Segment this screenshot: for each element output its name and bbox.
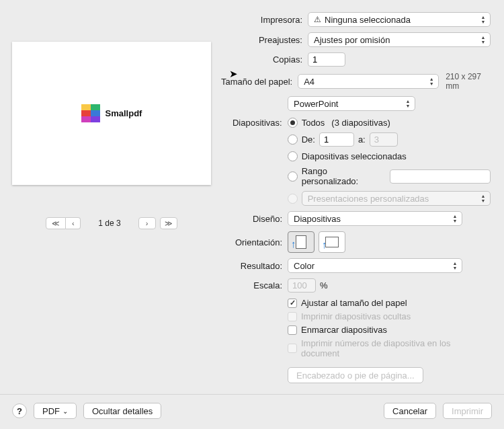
check-slide-numbers-label: Imprimir números de diapositiva en los d… (301, 338, 491, 358)
slides-label: Diapositivas: (220, 118, 288, 128)
chevron-down-icon: ⌄ (62, 407, 68, 415)
radio-custom-shows (288, 194, 298, 204)
presets-select[interactable]: Ajustes por omisión ▲▼ (308, 32, 491, 47)
chevron-updown-icon: ▲▼ (479, 194, 487, 203)
layout-label: Diseño: (220, 214, 288, 224)
to-input[interactable] (370, 132, 398, 147)
chevron-updown-icon: ▲▼ (451, 214, 459, 223)
custom-shows-select: Presentaciones personalizadas ▲▼ (302, 191, 491, 206)
pager-first-button[interactable]: ≪ (46, 217, 66, 229)
check-frame-slides-label: Enmarcar diapositivas (301, 325, 387, 335)
radio-custom-range-label: Rango personalizado: (302, 166, 386, 186)
paper-dimensions: 210 x 297 mm (446, 72, 491, 91)
radio-from[interactable] (288, 134, 298, 145)
print-preview: Smallpdf (12, 42, 211, 185)
print-button: Imprimir (443, 403, 492, 419)
preview-pager: ≪ ‹ 1 de 3 › ≫ (12, 217, 211, 229)
presets-label: Preajustes: (220, 35, 308, 45)
check-hidden-slides-label: Imprimir diapositivas ocultas (301, 311, 411, 321)
orientation-landscape-button[interactable]: ↑ (319, 231, 345, 253)
copies-label: Copias: (220, 54, 308, 65)
paper-size-value: A4 (304, 77, 314, 87)
check-hidden-slides (288, 312, 297, 321)
header-footer-button: Encabezado o pie de página... (288, 367, 423, 383)
paper-size-label: Tamaño del papel: (220, 77, 298, 87)
paper-size-select[interactable]: A4 ▲▼ (298, 74, 439, 89)
output-label: Resultado: (220, 261, 288, 271)
output-value: Color (294, 261, 314, 271)
from-input[interactable] (319, 132, 354, 147)
copies-input[interactable] (308, 52, 345, 67)
dialog-body: Smallpdf ≪ ‹ 1 de 3 › ≫ Impresora: ⚠︎ Ni… (0, 0, 504, 383)
custom-shows-value: Presentaciones personalizadas (308, 194, 429, 204)
check-slide-numbers (288, 344, 297, 353)
radio-all-count: (3 diapositivas) (331, 118, 390, 128)
scale-percent: % (320, 280, 328, 290)
layout-select[interactable]: Diapositivas ▲▼ (288, 211, 462, 226)
check-fit-paper[interactable] (288, 299, 297, 308)
cancel-button[interactable]: Cancelar (384, 403, 436, 419)
preview-brand-text: Smallpdf (106, 108, 142, 118)
page-portrait-icon (296, 235, 306, 249)
scale-label: Escala: (220, 280, 288, 290)
form-column: Impresora: ⚠︎ Ninguna seleccionada ▲▼ Pr… (220, 12, 493, 383)
hide-details-button[interactable]: Ocultar detalles (83, 403, 161, 419)
help-button[interactable]: ? (12, 403, 27, 418)
scale-input (288, 278, 316, 292)
printer-select[interactable]: ⚠︎ Ninguna seleccionada ▲▼ (308, 12, 491, 27)
pdf-menu-button[interactable]: PDF ⌄ (34, 403, 77, 419)
check-fit-paper-label: Ajustar al tamaño del papel (301, 298, 407, 308)
chevron-updown-icon: ▲▼ (427, 77, 435, 86)
app-section-value: PowerPoint (294, 99, 338, 109)
radio-to-label: a: (358, 134, 366, 145)
radio-all-label: Todos (302, 118, 325, 128)
page-landscape-icon (325, 237, 339, 247)
radio-selected[interactable] (288, 151, 298, 161)
app-section-select[interactable]: PowerPoint ▲▼ (288, 96, 415, 111)
print-dialog: Smallpdf ≪ ‹ 1 de 3 › ≫ Impresora: ⚠︎ Ni… (0, 0, 504, 429)
radio-selected-label: Diapositivas seleccionadas (302, 151, 407, 161)
orientation-portrait-button[interactable]: ↑ (288, 231, 314, 253)
pager-label: 1 de 3 (98, 219, 120, 228)
preview-slide-content: Smallpdf (81, 104, 142, 123)
pager-last-button[interactable]: ≫ (160, 217, 177, 229)
radio-from-label: De: (302, 134, 315, 145)
preview-column: Smallpdf ≪ ‹ 1 de 3 › ≫ (12, 12, 220, 383)
warning-icon: ⚠︎ (314, 15, 321, 24)
radio-custom-range[interactable] (288, 171, 298, 182)
presets-value: Ajustes por omisión (314, 35, 390, 45)
orientation-label: Orientación: (220, 237, 288, 247)
check-frame-slides[interactable] (288, 325, 297, 335)
bottom-bar: ? PDF ⌄ Ocultar detalles Cancelar Imprim… (0, 393, 504, 429)
output-select[interactable]: Color ▲▼ (288, 258, 462, 273)
pager-prev-button[interactable]: ‹ (66, 217, 81, 229)
chevron-updown-icon: ▲▼ (404, 99, 412, 108)
pager-first-prev-group: ≪ ‹ (46, 217, 81, 229)
slides-radio-group: Todos (3 diapositivas) De: a: Diapositiv… (288, 118, 491, 206)
chevron-updown-icon: ▲▼ (479, 15, 487, 24)
printer-value: Ninguna seleccionada (325, 15, 411, 25)
layout-value: Diapositivas (294, 214, 341, 224)
pager-next-button[interactable]: › (138, 217, 156, 229)
radio-all[interactable] (288, 118, 298, 128)
smallpdf-logo-icon (81, 104, 100, 123)
chevron-updown-icon: ▲▼ (479, 35, 487, 44)
printer-label: Impresora: (220, 15, 308, 25)
chevron-updown-icon: ▲▼ (451, 261, 459, 270)
custom-range-input[interactable] (390, 169, 491, 184)
